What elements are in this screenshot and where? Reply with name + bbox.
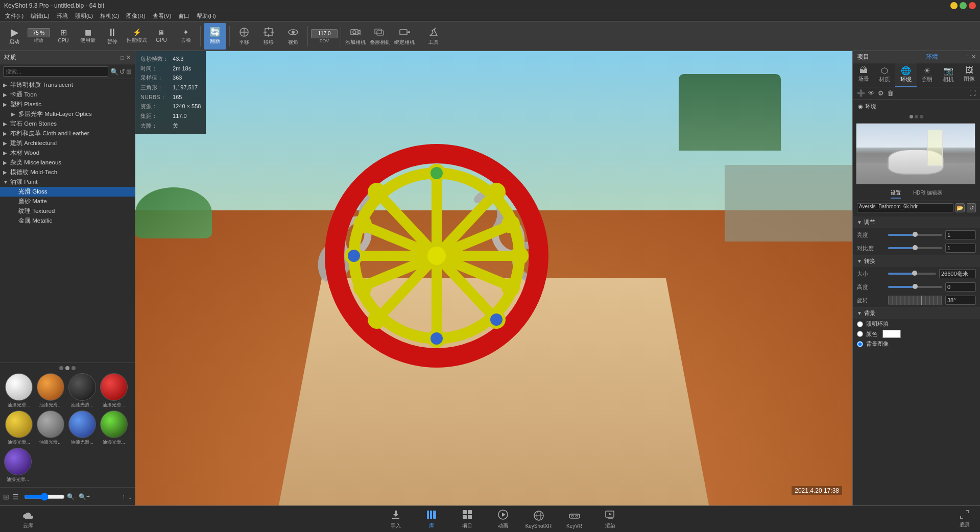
env-dot-1[interactable] bbox=[910, 115, 913, 118]
rp-tab-scene[interactable]: 🏔 场景 bbox=[853, 63, 874, 87]
size-value-input[interactable] bbox=[939, 269, 976, 278]
nav-keyshotxr[interactable]: KeyShotXR bbox=[521, 510, 557, 529]
material-search-input[interactable] bbox=[3, 66, 108, 77]
toolbar-tools-button[interactable]: 工具 bbox=[422, 23, 445, 50]
menu-env[interactable]: 环境 bbox=[54, 12, 71, 20]
subtab-settings[interactable]: 设置 bbox=[891, 189, 901, 199]
viewport[interactable]: 每秒帧数： 43.3 时间： 2m 18s 采样值： 363 三角形： 1,19… bbox=[135, 51, 852, 505]
swatch-item-black[interactable]: 油漆光滑... bbox=[67, 373, 97, 408]
env-delete-icon[interactable]: 🗑 bbox=[887, 89, 894, 97]
toolbar-usage-button[interactable]: ▦ 使用量 bbox=[77, 23, 99, 50]
swatch-dot-3[interactable] bbox=[71, 366, 76, 370]
contrast-thumb[interactable] bbox=[913, 245, 918, 250]
subtab-hdri[interactable]: HDRI 编辑器 bbox=[913, 189, 942, 199]
nav-import[interactable]: 导入 bbox=[378, 509, 414, 529]
tree-item-paint[interactable]: ▼ 油漆 Paint bbox=[0, 177, 135, 187]
tree-item-textured[interactable]: 纹理 Textured bbox=[0, 206, 135, 216]
nav-render[interactable]: 渲染 bbox=[592, 509, 628, 529]
toolbar-move-button[interactable]: 移移 bbox=[257, 23, 280, 50]
tree-item-wood[interactable]: ▶ 木材 Wood bbox=[0, 148, 135, 158]
rp-tab-env[interactable]: 🌐 环境 bbox=[895, 63, 917, 87]
sort-asc-icon[interactable]: ↑ bbox=[122, 493, 126, 500]
tree-item-toon[interactable]: ▶ 卡通 Toon bbox=[0, 90, 135, 100]
env-dot-3[interactable] bbox=[920, 115, 923, 118]
rp-tab-camera[interactable]: 📷 相机 bbox=[938, 63, 959, 87]
swatch-item-white[interactable]: 油漆光滑... bbox=[4, 373, 34, 408]
zoom-slider[interactable] bbox=[24, 493, 65, 501]
bg-image-radio[interactable] bbox=[857, 341, 863, 347]
brightness-thumb[interactable] bbox=[913, 232, 918, 237]
swatch-item-purple[interactable]: 油漆光滑... bbox=[4, 448, 32, 483]
env-file-browse-button[interactable]: 📂 bbox=[955, 203, 965, 212]
swatch-item-blue[interactable]: 油漆光滑... bbox=[67, 410, 97, 446]
menu-view[interactable]: 查看(V) bbox=[150, 12, 175, 20]
right-panel-close-icon[interactable]: ✕ bbox=[971, 54, 976, 60]
env-preview-icon[interactable]: 👁 bbox=[868, 89, 875, 97]
zoom-plus-icon[interactable]: 🔍+ bbox=[79, 493, 90, 500]
height-thumb[interactable] bbox=[913, 284, 918, 289]
sort-desc-icon[interactable]: ↓ bbox=[129, 493, 132, 500]
brightness-value-input[interactable] bbox=[945, 230, 976, 239]
panel-close-icon[interactable]: ✕ bbox=[126, 54, 131, 61]
tree-item-moldtech[interactable]: ▶ 模德纹 Mold-Tech bbox=[0, 167, 135, 177]
tree-item-gloss[interactable]: 光滑 Gloss bbox=[0, 187, 135, 197]
tree-item-architectural[interactable]: ▶ 建筑 Architectural bbox=[0, 138, 135, 148]
rp-tab-material[interactable]: ⬡ 材质 bbox=[874, 63, 896, 87]
zoom-input[interactable] bbox=[28, 28, 50, 37]
refresh-icon[interactable]: ↺ bbox=[119, 68, 125, 76]
toolbar-pan-button[interactable]: 平移 bbox=[233, 23, 255, 50]
maximize-button[interactable] bbox=[960, 2, 967, 9]
bg-color-swatch[interactable] bbox=[882, 330, 901, 338]
menu-help[interactable]: 帮助(H) bbox=[194, 12, 219, 20]
rotate-value-input[interactable] bbox=[945, 296, 976, 305]
toolbar-denoise-button[interactable]: ✦ 去噪 bbox=[175, 23, 197, 50]
toolbar-overlay-camera-button[interactable]: 叠层相机 bbox=[369, 23, 391, 50]
rp-tab-lighting[interactable]: ☀ 照明 bbox=[917, 63, 938, 87]
search-icon[interactable]: 🔍 bbox=[110, 68, 118, 76]
swatch-item-green[interactable]: 油漆光滑... bbox=[99, 410, 129, 446]
menu-camera[interactable]: 相机(C) bbox=[97, 12, 122, 20]
grid-view-icon[interactable]: ⊞ bbox=[3, 493, 9, 501]
env-add-icon[interactable]: ➕ bbox=[857, 89, 865, 97]
env-settings-icon[interactable]: ⚙ bbox=[878, 89, 884, 97]
bg-lighting-radio[interactable] bbox=[857, 321, 863, 327]
swatch-item-red[interactable]: 油漆光滑... bbox=[99, 373, 129, 408]
rotate-slider[interactable] bbox=[888, 296, 942, 305]
swatch-item-gray[interactable]: 油漆光滑... bbox=[36, 410, 65, 446]
zoom-minus-icon[interactable]: 🔍- bbox=[67, 493, 77, 500]
close-button[interactable] bbox=[969, 2, 976, 9]
size-thumb[interactable] bbox=[912, 271, 917, 276]
tree-item-metallic[interactable]: 金属 Metallic bbox=[0, 216, 135, 226]
env-dot-2[interactable] bbox=[915, 115, 918, 118]
minimize-button[interactable] bbox=[950, 2, 958, 9]
toolbar-bind-camera-button[interactable]: 绑定相机 bbox=[393, 23, 416, 50]
toolbar-add-camera-button[interactable]: 添加相机 bbox=[344, 23, 367, 50]
background-section-header[interactable]: ▼ 背景 bbox=[853, 307, 980, 319]
swatch-dot-2[interactable] bbox=[65, 366, 69, 370]
panel-expand-icon[interactable]: □ bbox=[121, 55, 124, 61]
size-slider[interactable] bbox=[888, 273, 936, 275]
toolbar-gpu-button[interactable]: 🖥 GPU bbox=[150, 23, 173, 50]
menu-window[interactable]: 窗口 bbox=[175, 12, 193, 20]
brightness-slider[interactable] bbox=[888, 234, 942, 236]
tree-item-multilayer[interactable]: ▶ 多层光学 Multi-Layer Optics bbox=[0, 109, 135, 119]
adjust-section-header[interactable]: ▼ 调节 bbox=[853, 216, 980, 228]
toolbar-view-button[interactable]: 视角 bbox=[282, 23, 304, 50]
rp-tab-image[interactable]: 🖼 图像 bbox=[959, 63, 981, 87]
fov-input[interactable] bbox=[311, 29, 338, 38]
bg-color-radio[interactable] bbox=[857, 331, 863, 337]
nav-animation[interactable]: 动画 bbox=[485, 509, 521, 529]
height-slider[interactable] bbox=[888, 286, 942, 288]
tree-item-cloth[interactable]: ▶ 布料和皮革 Cloth and Leather bbox=[0, 129, 135, 138]
right-panel-expand-icon[interactable]: □ bbox=[966, 54, 969, 60]
toolbar-pause-button[interactable]: ⏸ 暂停 bbox=[101, 23, 124, 50]
swatch-item-gold[interactable]: 油漆光滑... bbox=[4, 410, 34, 446]
env-file-refresh-button[interactable]: ↺ bbox=[967, 203, 976, 212]
swatch-dot-1[interactable] bbox=[59, 366, 63, 370]
tree-item-misc[interactable]: ▶ 杂类 Miscellaneous bbox=[0, 158, 135, 167]
filter-icon[interactable]: ⊞ bbox=[126, 68, 132, 76]
env-expand-icon[interactable]: ⛶ bbox=[969, 89, 976, 97]
tree-item-matte[interactable]: 磨砂 Matte bbox=[0, 197, 135, 206]
env-item-main[interactable]: ◉ 环境 bbox=[856, 102, 977, 111]
list-view-icon[interactable]: ☰ bbox=[12, 493, 19, 501]
